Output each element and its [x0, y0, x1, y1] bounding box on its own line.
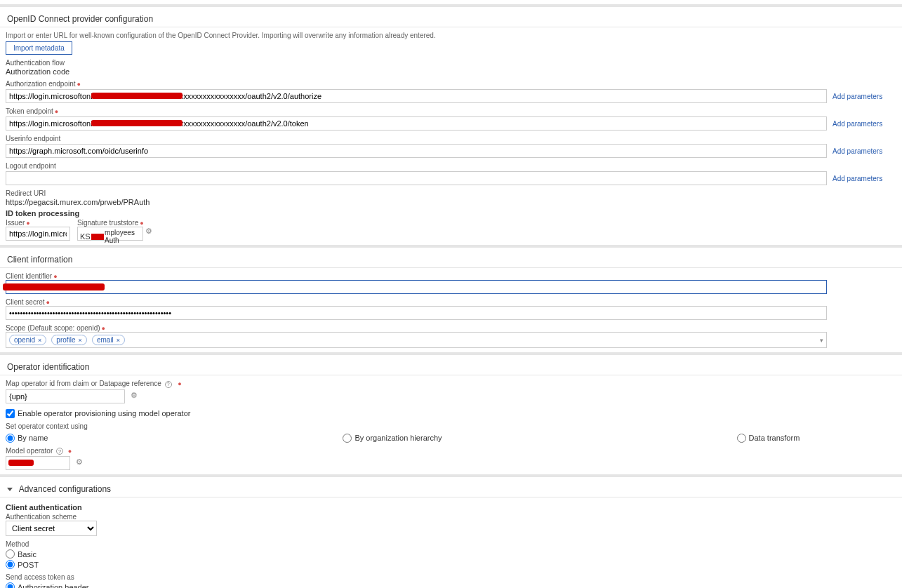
auth-scheme-label: Authentication scheme [6, 513, 896, 521]
help-icon[interactable]: ? [56, 448, 63, 455]
userinfo-endpoint-input[interactable] [6, 144, 827, 158]
auth-flow-label: Authentication flow [6, 59, 896, 67]
client-secret-input[interactable] [6, 306, 827, 320]
redirect-uri-value: https://pegacsit.murex.com/prweb/PRAuth [6, 198, 896, 206]
divider [0, 352, 902, 355]
help-icon[interactable]: ? [165, 381, 172, 388]
remove-chip-icon[interactable]: × [117, 337, 120, 344]
map-operator-input[interactable] [6, 389, 125, 403]
redirect-uri-label: Redirect URI [6, 189, 896, 197]
remove-chip-icon[interactable]: × [38, 337, 41, 344]
add-parameters-link[interactable]: Add parameters [833, 147, 882, 155]
send-token-label: Send access token as [6, 573, 896, 581]
divider [0, 4, 902, 7]
token-endpoint-label: Token endpoint● [6, 107, 896, 115]
client-id-label: Client identifier● [6, 272, 896, 280]
sig-truststore-input[interactable] [77, 227, 143, 241]
userinfo-endpoint-label: Userinfo endpoint [6, 135, 896, 142]
scope-input[interactable]: openid× profile× email× ▾ [6, 332, 827, 348]
client-id-input[interactable] [6, 280, 827, 294]
issuer-label: Issuer● [6, 219, 70, 227]
context-by-name[interactable]: By name [6, 434, 48, 443]
chevron-down-icon[interactable]: ▾ [820, 337, 823, 344]
auth-flow-value: Authorization code [6, 67, 896, 76]
remove-chip-icon[interactable]: × [79, 337, 82, 344]
map-operator-label: Map operator id from claim or Datapage r… [6, 380, 896, 388]
divider [0, 474, 902, 477]
model-operator-label: Model operator ? ● [6, 447, 896, 455]
issuer-input[interactable] [6, 227, 70, 241]
redacted-mark [91, 120, 183, 126]
redacted-mark [8, 460, 34, 466]
method-post[interactable]: POST [6, 560, 896, 569]
caret-down-icon [7, 488, 13, 491]
import-hint: Import or enter URL for well-known confi… [6, 32, 896, 39]
scope-chip: openid× [9, 335, 46, 345]
logout-endpoint-label: Logout endpoint [6, 162, 896, 170]
sig-truststore-label: Signature truststore● [77, 219, 154, 227]
section-header-operator: Operator identification [0, 359, 902, 375]
add-parameters-link[interactable]: Add parameters [833, 93, 882, 100]
divider [0, 245, 902, 248]
scope-chip: email× [92, 335, 125, 345]
send-token-header[interactable]: Authorization header [6, 582, 896, 588]
section-header-client: Client information [0, 252, 902, 267]
context-by-org[interactable]: By organization hierarchy [343, 434, 442, 443]
gear-icon[interactable] [76, 459, 84, 467]
redacted-mark [91, 93, 183, 99]
client-auth-header: Client authentication [6, 503, 896, 512]
scope-label: Scope (Default scope: openid)● [6, 324, 896, 332]
section-header-advanced[interactable]: Advanced configurations [0, 481, 902, 497]
gear-icon[interactable] [145, 228, 154, 236]
import-metadata-button[interactable]: Import metadata [6, 41, 72, 55]
divider [0, 497, 902, 497]
add-parameters-link[interactable]: Add parameters [833, 175, 882, 182]
context-by-dt[interactable]: Data transform [737, 434, 800, 443]
method-basic[interactable]: Basic [6, 549, 896, 559]
section-header-oidc: OpenID Connect provider configuration [0, 11, 902, 27]
gear-icon[interactable] [131, 392, 139, 401]
auth-endpoint-label: Authorization endpoint● [6, 80, 896, 88]
enable-provisioning-checkbox[interactable] [6, 409, 15, 418]
client-secret-label: Client secret● [6, 298, 896, 306]
logout-endpoint-input[interactable] [6, 171, 827, 185]
divider [0, 267, 902, 268]
divider [0, 375, 902, 375]
method-label: Method [6, 540, 896, 548]
id-token-header: ID token processing [6, 209, 896, 218]
redacted-mark [3, 283, 105, 290]
auth-scheme-select[interactable]: Client secret [6, 521, 97, 536]
enable-provisioning-label: Enable operator provisioning using model… [18, 409, 190, 417]
context-label: Set operator context using [6, 422, 896, 430]
divider [0, 27, 902, 27]
add-parameters-link[interactable]: Add parameters [833, 120, 882, 128]
scope-chip: profile× [51, 335, 87, 345]
